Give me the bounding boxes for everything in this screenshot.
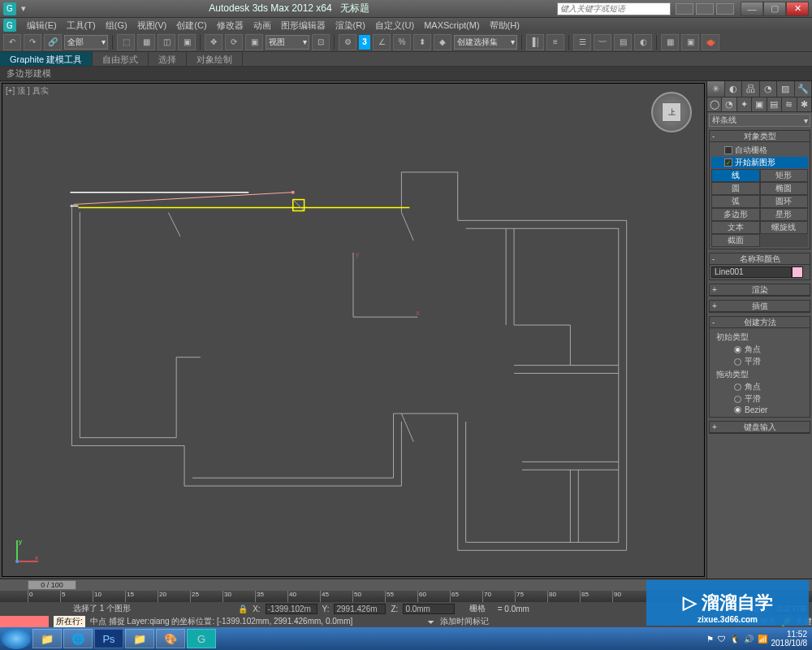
btn-text[interactable]: 文本 [711, 221, 760, 234]
help-search-input[interactable] [557, 2, 671, 15]
cat-systems[interactable]: ✱ [797, 98, 812, 111]
coord-z-input[interactable] [403, 604, 455, 614]
drag-bezier-radio[interactable]: Bezier [711, 405, 808, 414]
menu-customize[interactable]: 自定义(U) [373, 20, 417, 32]
menu-maxscript[interactable]: MAXScript(M) [421, 20, 482, 30]
menu-views[interactable]: 视图(V) [135, 20, 170, 32]
cat-spacewarps[interactable]: ≋ [782, 98, 797, 111]
task-paint[interactable]: 🎨 [156, 629, 185, 648]
rotate-button[interactable]: ⟳ [225, 34, 243, 50]
menu-tools[interactable]: 工具(T) [64, 20, 98, 32]
menu-create[interactable]: 创建(C) [174, 20, 209, 32]
tray-volume-icon[interactable]: 🔊 [744, 635, 754, 644]
task-explorer[interactable]: 📁 [32, 629, 62, 648]
menu-edit[interactable]: 编辑(E) [24, 20, 59, 32]
shapes-subcat-dd[interactable]: 样条线 [709, 114, 810, 127]
btn-section[interactable]: 截面 [711, 234, 760, 247]
tab-motion[interactable]: ◔ [760, 81, 778, 97]
task-3dsmax[interactable]: G [187, 629, 216, 648]
menu-animation[interactable]: 动画 [251, 20, 274, 32]
material-editor-button[interactable]: ◐ [634, 34, 652, 50]
auto-grid-check[interactable]: 自动栅格 [711, 145, 808, 156]
menu-grapheditors[interactable]: 图形编辑器 [279, 20, 328, 32]
tab-create[interactable]: ✳ [707, 81, 725, 97]
cat-helpers[interactable]: ▤ [767, 98, 782, 111]
btn-rectangle[interactable]: 矩形 [760, 169, 809, 182]
cat-geometry[interactable]: ◯ [707, 98, 722, 111]
ribbon-panel-label[interactable]: 多边形建模 [0, 67, 812, 81]
ribbon-tab-paint[interactable]: 对象绘制 [187, 52, 243, 66]
menu-rendering[interactable]: 渲染(R) [333, 20, 368, 32]
close-button[interactable]: ✕ [786, 2, 809, 16]
redo-button[interactable]: ↷ [24, 34, 41, 50]
render-button[interactable]: 🫖 [702, 34, 719, 50]
rollup-head[interactable]: -对象类型 [710, 131, 810, 142]
start-button[interactable] [2, 628, 31, 649]
drag-smooth-radio[interactable]: 平滑 [711, 393, 808, 405]
mirror-button[interactable]: ▐│ [526, 34, 544, 50]
editpivot-button[interactable]: ◆ [434, 34, 451, 50]
star-icon[interactable] [696, 3, 714, 15]
select-name-button[interactable]: ▦ [137, 34, 155, 50]
percent-snap-button[interactable]: % [393, 34, 411, 50]
select-region-button[interactable]: ◫ [158, 34, 175, 50]
link-button[interactable]: 🔗 [44, 34, 62, 50]
named-selection-dd[interactable]: 创建选择集 [454, 35, 517, 50]
tab-display[interactable]: ▨ [777, 81, 795, 97]
viewport-top[interactable]: [+] 顶 ] 真实 上 [2, 83, 705, 577]
drag-corner-radio[interactable]: 角点 [711, 381, 808, 392]
task-folder[interactable]: 📁 [125, 629, 154, 648]
task-ie[interactable]: 🌐 [63, 629, 93, 648]
task-photoshop[interactable]: Ps [94, 629, 123, 648]
window-crossing-button[interactable]: ▣ [178, 34, 196, 50]
add-time-tag[interactable]: 添加时间标记 [440, 616, 489, 627]
ribbon-tab-selection[interactable]: 选择 [149, 52, 187, 66]
tab-modify[interactable]: ◐ [725, 81, 743, 97]
schematic-button[interactable]: ▤ [614, 34, 632, 50]
align-button[interactable]: ≡ [546, 34, 564, 50]
app-menu-button[interactable]: G [3, 19, 16, 32]
refcoord-dd[interactable]: 视图 [266, 35, 309, 50]
track-bar-segment[interactable] [0, 616, 49, 627]
scale-button[interactable]: ▣ [245, 34, 263, 50]
tray-network-icon[interactable]: 📶 [758, 635, 767, 644]
cat-shapes[interactable]: ◔ [722, 98, 736, 111]
object-name-input[interactable]: Line001 [711, 266, 792, 278]
viewport-label[interactable]: [+] 顶 ] 真实 [6, 85, 49, 97]
tray-shield-icon[interactable]: 🛡 [718, 635, 726, 644]
viewcube-face[interactable]: 上 [662, 102, 681, 122]
cat-cameras[interactable]: ▣ [752, 98, 767, 111]
color-swatch[interactable] [792, 266, 803, 278]
minimize-button[interactable]: — [741, 2, 763, 16]
render-setup-button[interactable]: ▦ [661, 34, 679, 50]
move-button[interactable]: ✥ [205, 34, 222, 50]
cat-lights[interactable]: ✦ [737, 98, 752, 111]
undo-button[interactable]: ↶ [3, 34, 21, 50]
tray-flag-icon[interactable]: ⚑ [706, 635, 714, 644]
snap-toggle-3[interactable]: 3 [359, 35, 370, 50]
menu-help[interactable]: 帮助(H) [487, 20, 522, 32]
info-icon[interactable] [676, 3, 693, 15]
menu-modifiers[interactable]: 修改器 [214, 20, 246, 32]
btn-ellipse[interactable]: 椭圆 [760, 182, 809, 195]
tab-hierarchy[interactable]: 品 [742, 81, 760, 97]
btn-arc[interactable]: 弧 [711, 195, 760, 208]
time-thumb[interactable]: 0 / 100 [28, 580, 76, 590]
tray-qq-icon[interactable]: 🐧 [730, 635, 740, 644]
maximize-button[interactable]: ▢ [763, 2, 786, 16]
help-icon[interactable] [716, 3, 734, 15]
menu-group[interactable]: 组(G) [103, 20, 130, 32]
initial-smooth-radio[interactable]: 平滑 [711, 356, 808, 367]
ribbon-tab-graphite[interactable]: Graphite 建模工具 [0, 52, 93, 66]
btn-donut[interactable]: 圆环 [760, 195, 809, 208]
coord-x-input[interactable] [266, 604, 317, 614]
btn-star[interactable]: 星形 [760, 208, 809, 221]
initial-corner-radio[interactable]: 角点 [711, 344, 808, 355]
btn-helix[interactable]: 螺旋线 [760, 221, 809, 234]
lock-icon[interactable]: 🔒 [238, 604, 248, 613]
tab-utilities[interactable]: 🔧 [795, 81, 813, 97]
start-new-shape-check[interactable]: ✓开始新图形 [711, 157, 808, 168]
btn-circle[interactable]: 圆 [711, 182, 760, 195]
viewcube[interactable]: 上 [651, 92, 692, 132]
btn-ngon[interactable]: 多边形 [711, 208, 760, 221]
